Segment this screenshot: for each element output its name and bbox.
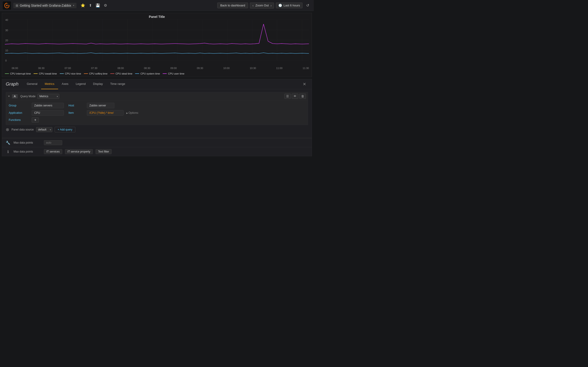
application-value[interactable]: CPU <box>32 110 64 116</box>
zoom-controls: ‹ Zoom Out › <box>250 2 274 8</box>
datasource-select-wrapper: default <box>36 127 52 132</box>
legend-item-iowait: CPU iowait time <box>34 72 57 75</box>
application-label[interactable]: Application <box>9 111 32 115</box>
legend-line-steal <box>110 73 114 74</box>
query-list-button[interactable]: ☰ <box>284 94 291 99</box>
item-value[interactable]: /CPU (?!idle).* time/ <box>87 110 124 116</box>
chart-svg <box>5 19 309 61</box>
query-delete-button[interactable]: 🗑 <box>299 94 306 99</box>
star-button[interactable]: ⭐ <box>80 2 86 8</box>
it-services-button[interactable]: IT services <box>44 149 62 154</box>
query-fields: Group Zabbix servers Host Zabbix server … <box>6 100 308 125</box>
dashboard-icon: ⊞ <box>16 4 18 7</box>
legend-item-system: CPU system time <box>135 72 160 75</box>
close-editor-button[interactable]: ✕ <box>301 79 308 89</box>
tab-legend-label: Legend <box>76 82 86 85</box>
legend-item-nice: CPU nice time <box>60 72 81 75</box>
info-icon: ℹ <box>5 150 11 154</box>
add-query-button[interactable]: + Add query <box>55 127 75 132</box>
item-label[interactable]: Item <box>69 111 87 115</box>
query-row-header: ▼ A Query Mode Metrics Text IT Services … <box>6 92 308 100</box>
tab-general[interactable]: General <box>23 79 41 89</box>
tab-time-range-label: Time range <box>110 82 125 85</box>
chart-title: Panel Title <box>5 15 309 19</box>
datasource-select[interactable]: default <box>36 127 52 132</box>
query-field-group-row: Group Zabbix servers Host Zabbix server <box>6 102 308 109</box>
group-value[interactable]: Zabbix servers <box>32 103 64 108</box>
panel-datasource-label: Panel data source <box>11 128 34 131</box>
refresh-button[interactable]: ↺ <box>304 2 311 8</box>
tab-metrics-label: Metrics <box>45 82 54 85</box>
dropdown-arrow-icon: ▾ <box>73 4 74 7</box>
query-mode-select[interactable]: Metrics Text IT Services <box>37 94 59 99</box>
panel-type-label: Graph <box>6 81 19 87</box>
tab-legend[interactable]: Legend <box>72 79 89 89</box>
max-data-points-label: Max data points <box>14 141 41 144</box>
query-toggle-btn[interactable]: ▼ <box>8 95 10 98</box>
grafana-logo[interactable] <box>3 1 11 10</box>
max-data-points-input[interactable] <box>44 140 62 145</box>
query-row-a: ▼ A Query Mode Metrics Text IT Services … <box>6 92 308 125</box>
zoom-next-button[interactable]: › <box>270 3 273 8</box>
chart-panel: Panel Title <box>2 13 312 77</box>
settings-button[interactable]: ⚙ <box>103 2 108 8</box>
legend-label-nice: CPU nice time <box>65 72 81 75</box>
x-label-0700: 07:00 <box>65 67 71 69</box>
panel-editor-header: Graph General Metrics Axes Legend Displa… <box>2 79 312 89</box>
tab-axes[interactable]: Axes <box>58 79 72 89</box>
x-label-1030: 10:30 <box>250 67 256 69</box>
share-button[interactable]: ⬆ <box>88 2 93 8</box>
legend-line-iowait <box>34 73 38 74</box>
options-label[interactable]: Options: <box>126 111 139 115</box>
x-label-0930: 09:30 <box>197 67 203 69</box>
legend-label-iowait: CPU iowait time <box>39 72 57 75</box>
legend-line-nice <box>60 73 64 74</box>
tab-time-range[interactable]: Time range <box>107 79 129 89</box>
tab-metrics[interactable]: Metrics <box>41 79 58 89</box>
legend-item-interrupt: CPU interrupt time <box>5 72 31 75</box>
max-data-points-row: 🔧 Max data points <box>2 138 312 147</box>
chart-area: 40 30 20 10 0 06:00 06:30 07:00 07:30 08… <box>5 19 309 65</box>
x-label-0800: 08:00 <box>118 67 124 69</box>
legend-label-user: CPU user time <box>168 72 184 75</box>
text-filter-button[interactable]: Text filter <box>95 149 112 154</box>
functions-label: Functions <box>9 118 32 122</box>
dashboard-title-text: Getting Started with Grafana-Zabbix <box>20 4 71 7</box>
metrics-section: ▼ A Query Mode Metrics Text IT Services … <box>2 89 312 138</box>
dashboard-title-btn[interactable]: ⊞ Getting Started with Grafana-Zabbix ▾ <box>13 3 77 8</box>
time-range-text: Last 6 hours <box>284 4 300 7</box>
max-data-points-row-2: ℹ Max data points IT services IT service… <box>2 147 312 156</box>
legend-label-interrupt: CPU interrupt time <box>10 72 31 75</box>
tabs: General Metrics Axes Legend Display Time… <box>23 79 129 89</box>
topnav-actions: ⭐ ⬆ 💾 ⚙ <box>80 2 108 8</box>
legend-label-system: CPU system time <box>140 72 160 75</box>
clock-icon: 🕐 <box>278 4 282 7</box>
it-service-property-button[interactable]: IT service property <box>65 149 93 154</box>
legend-line-softirq <box>84 73 88 74</box>
query-mode-select-wrapper: Metrics Text IT Services <box>37 94 59 99</box>
tab-display[interactable]: Display <box>89 79 107 89</box>
host-label[interactable]: Host <box>69 104 87 107</box>
time-range-button[interactable]: 🕐 Last 6 hours <box>276 2 303 8</box>
query-eye-button[interactable]: 👁 <box>292 94 298 99</box>
x-label-0730: 07:30 <box>91 67 97 69</box>
legend-label-steal: CPU steal time <box>115 72 132 75</box>
topnav: ⊞ Getting Started with Grafana-Zabbix ▾ … <box>0 0 314 11</box>
group-label[interactable]: Group <box>9 104 32 107</box>
options-section: 🔧 Max data points ℹ Max data points IT s… <box>2 138 312 156</box>
legend-line-user <box>163 73 167 74</box>
svg-point-1 <box>6 5 7 6</box>
back-to-dashboard-button[interactable]: Back to dashboard <box>217 2 248 8</box>
x-label-0830: 08:30 <box>144 67 150 69</box>
legend-line-system <box>135 73 139 74</box>
topnav-right: Back to dashboard ‹ Zoom Out › 🕐 Last 6 … <box>217 2 311 8</box>
save-button[interactable]: 💾 <box>95 2 101 8</box>
query-header-actions: ☰ 👁 🗑 <box>284 94 306 99</box>
add-function-button[interactable]: + <box>32 117 39 123</box>
tab-general-label: General <box>27 82 37 85</box>
wrench-icon: 🔧 <box>5 141 11 145</box>
zoom-prev-button[interactable]: ‹ <box>251 3 254 8</box>
legend-label-softirq: CPU softirq time <box>89 72 107 75</box>
host-value[interactable]: Zabbix server <box>87 103 114 108</box>
datasource-icon: ⊗ <box>6 127 9 132</box>
